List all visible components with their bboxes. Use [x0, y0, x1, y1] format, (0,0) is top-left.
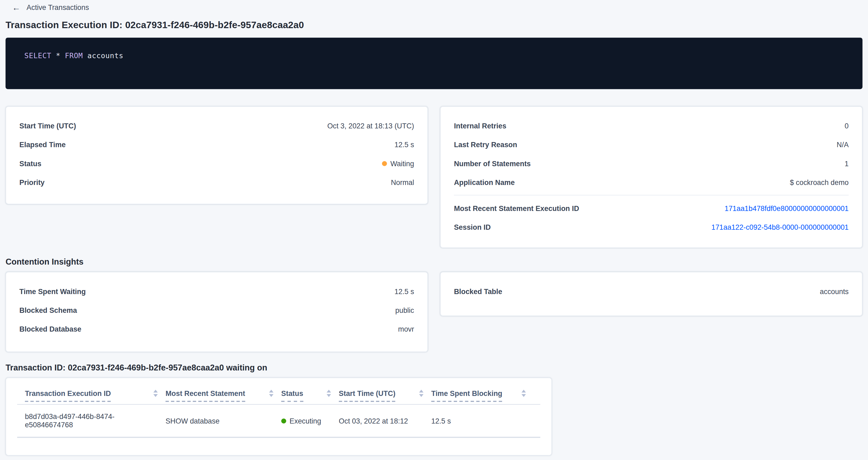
summary-row-application-name: Application Name $ cockroach demo — [454, 173, 848, 191]
row-value: Oct 3, 2022 at 18:13 (UTC) — [327, 121, 414, 130]
sql-keyword-select: SELECT — [24, 52, 52, 60]
waiting-on-heading: Transaction ID: 02ca7931-f246-469b-b2fe-… — [6, 363, 868, 373]
sort-icon[interactable] — [521, 390, 526, 397]
row-label: Blocked Database — [19, 325, 81, 333]
session-id-link[interactable]: 171aa122-c092-54b8-0000-000000000001 — [711, 223, 849, 231]
contention-row-blocked-table: Blocked Table accounts — [454, 282, 848, 301]
cell-start-time: Oct 03, 2022 at 18:12 — [339, 417, 431, 425]
row-label: Priority — [19, 178, 44, 186]
row-label: Internal Retries — [454, 121, 506, 130]
summary-row-number-of-statements: Number of Statements 1 — [454, 154, 848, 173]
waiting-on-table: Transaction Execution ID Most Recent Sta… — [17, 378, 540, 438]
summary-row-last-retry-reason: Last Retry Reason N/A — [454, 135, 848, 154]
waiting-on-table-card: Transaction Execution ID Most Recent Sta… — [6, 377, 552, 455]
row-value: 12.5 s — [395, 141, 414, 149]
sql-table-name: accounts — [87, 52, 123, 60]
row-label: Application Name — [454, 178, 515, 186]
column-header-label: Most Recent Statement — [165, 389, 245, 402]
status-text: Executing — [289, 417, 321, 425]
table-row: b8d7d03a-d497-446b-8474-e50846674768 SHO… — [17, 405, 540, 438]
summary-row-status: Status Waiting — [19, 154, 414, 173]
sql-statement-text: SELECT * FROM accounts — [24, 52, 123, 60]
status-badge: Waiting — [382, 159, 414, 167]
column-header-label: Status — [281, 389, 303, 402]
column-header-label: Transaction Execution ID — [25, 389, 111, 402]
contention-row-blocked-database: Blocked Database movr — [19, 319, 414, 338]
sql-statement-box: SELECT * FROM accounts — [6, 37, 863, 89]
row-value: 0 — [845, 121, 849, 130]
row-label: Blocked Schema — [19, 306, 77, 314]
page-title: Transaction Execution ID: 02ca7931-f246-… — [6, 20, 868, 31]
back-link-active-transactions[interactable]: ← Active Transactions — [0, 0, 89, 11]
column-header-status[interactable]: Status — [281, 389, 339, 398]
cell-transaction-execution-id: b8d7d03a-d497-446b-8474-e50846674768 — [17, 412, 165, 429]
column-header-time-spent-blocking[interactable]: Time Spent Blocking — [431, 389, 534, 398]
back-arrow-icon: ← — [12, 4, 20, 11]
transaction-details-page: ← Active Transactions Transaction Execut… — [0, 0, 868, 460]
column-header-transaction-execution-id[interactable]: Transaction Execution ID — [17, 389, 165, 398]
summary-row-session-id: Session ID 171aa122-c092-54b8-0000-00000… — [454, 218, 848, 237]
row-value: N/A — [837, 141, 849, 149]
row-label: Status — [19, 159, 41, 167]
row-label: Blocked Table — [454, 287, 502, 296]
row-label: Time Spent Waiting — [19, 287, 86, 296]
executing-status-dot-icon — [281, 418, 286, 423]
column-header-label: Start Time (UTC) — [339, 389, 395, 402]
column-header-most-recent-statement[interactable]: Most Recent Statement — [165, 389, 281, 398]
column-header-start-time[interactable]: Start Time (UTC) — [339, 389, 431, 398]
sort-icon[interactable] — [419, 390, 424, 397]
cell-most-recent-statement: SHOW database — [165, 417, 281, 425]
sql-star: * — [56, 52, 60, 60]
sql-keyword-from: FROM — [65, 52, 83, 60]
row-value: 12.5 s — [395, 287, 414, 296]
row-label: Elapsed Time — [19, 141, 66, 149]
contention-cards-row: Time Spent Waiting 12.5 s Blocked Schema… — [6, 272, 863, 352]
contention-row-time-spent-waiting: Time Spent Waiting 12.5 s — [19, 282, 414, 301]
contention-insights-heading: Contention Insights — [6, 257, 868, 267]
sort-icon[interactable] — [269, 390, 274, 397]
row-label: Last Retry Reason — [454, 141, 517, 149]
summary-cards-row: Start Time (UTC) Oct 3, 2022 at 18:13 (U… — [6, 106, 863, 248]
statement-execution-id-link[interactable]: 171aa1b478fdf0e80000000000000001 — [724, 204, 849, 212]
contention-row-blocked-schema: Blocked Schema public — [19, 301, 414, 319]
summary-row-elapsed-time: Elapsed Time 12.5 s — [19, 135, 414, 154]
cell-status: Executing — [281, 417, 339, 425]
row-value: movr — [398, 325, 414, 333]
contention-card-right: Blocked Table accounts — [440, 272, 863, 316]
row-value: Normal — [391, 178, 414, 186]
contention-card-left: Time Spent Waiting 12.5 s Blocked Schema… — [6, 272, 428, 352]
row-label: Number of Statements — [454, 159, 530, 167]
summary-card-right: Internal Retries 0 Last Retry Reason N/A… — [440, 106, 863, 248]
row-label: Start Time (UTC) — [19, 121, 76, 130]
summary-row-internal-retries: Internal Retries 0 — [454, 116, 848, 135]
cell-time-spent-blocking: 12.5 s — [431, 417, 534, 425]
summary-row-start-time: Start Time (UTC) Oct 3, 2022 at 18:13 (U… — [19, 116, 414, 135]
back-link-label: Active Transactions — [27, 3, 89, 11]
card-divider — [454, 195, 848, 195]
row-label: Most Recent Statement Execution ID — [454, 204, 579, 212]
row-value: public — [395, 306, 414, 314]
status-text: Waiting — [390, 159, 414, 167]
row-label: Session ID — [454, 223, 491, 231]
sort-icon[interactable] — [153, 390, 158, 397]
waiting-status-dot-icon — [382, 161, 387, 166]
summary-card-left: Start Time (UTC) Oct 3, 2022 at 18:13 (U… — [6, 106, 428, 204]
row-value: $ cockroach demo — [790, 178, 848, 186]
column-header-label: Time Spent Blocking — [431, 389, 502, 402]
table-header-row: Transaction Execution ID Most Recent Sta… — [17, 378, 540, 404]
row-value: accounts — [820, 287, 848, 296]
row-value: 1 — [845, 159, 849, 167]
sort-icon[interactable] — [327, 390, 331, 397]
summary-row-priority: Priority Normal — [19, 173, 414, 191]
summary-row-statement-execution-id: Most Recent Statement Execution ID 171aa… — [454, 198, 848, 217]
